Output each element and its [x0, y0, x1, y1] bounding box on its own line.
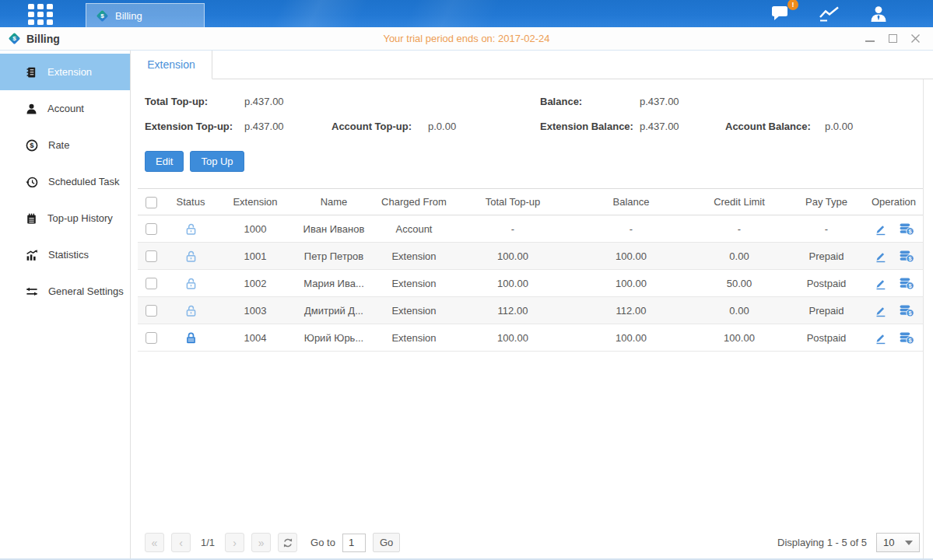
- column-header-name[interactable]: Name: [293, 189, 374, 215]
- row-checkbox[interactable]: [146, 278, 157, 289]
- column-header-credit-limit[interactable]: Credit Limit: [690, 189, 788, 215]
- table-row[interactable]: 1004Юрий Юрь...Extension100.00100.00100.…: [138, 324, 923, 352]
- table-row[interactable]: 1003Дмитрий Д...Extension112.00112.000.0…: [138, 297, 923, 324]
- sidebar-item-label: Top-up History: [47, 212, 113, 224]
- extensions-table: Status Extension Name Charged From Total…: [138, 188, 923, 352]
- app-launcher-icon[interactable]: [28, 4, 53, 24]
- account-balance-value: p.0.00: [825, 121, 923, 132]
- topbar-icons: !: [769, 4, 933, 24]
- summary-section: Total Top-up: p.437.00 Extension Top-up:…: [145, 79, 923, 138]
- cell-extension: 1001: [217, 243, 293, 270]
- sidebar-item-account[interactable]: Account: [0, 90, 130, 127]
- topup-icon[interactable]: $: [900, 222, 914, 236]
- cell-operation: $: [865, 270, 923, 297]
- person-icon: [26, 103, 37, 115]
- cell-charged-from: Extension: [374, 243, 454, 270]
- unlocked-icon[interactable]: [184, 222, 198, 236]
- column-header-pay-type[interactable]: Pay Type: [788, 189, 865, 215]
- row-checkbox[interactable]: [146, 223, 157, 235]
- sidebar-item-rate[interactable]: $ Rate: [0, 127, 130, 163]
- maximize-button[interactable]: [887, 33, 898, 44]
- cell-operation: $: [865, 297, 923, 324]
- sidebar-item-label: Rate: [48, 139, 69, 151]
- page-size-select[interactable]: 10: [876, 533, 920, 552]
- resource-monitor-icon[interactable]: [818, 4, 841, 24]
- line-chart-icon: [819, 5, 840, 23]
- edit-icon[interactable]: [874, 222, 887, 236]
- cell-pay-type: -: [788, 215, 865, 243]
- displaying-text: Displaying 1 - 5 of 5: [777, 537, 867, 548]
- tab-extension[interactable]: Extension: [131, 51, 212, 79]
- column-header-status[interactable]: Status: [164, 189, 217, 215]
- first-page-button[interactable]: «: [145, 533, 164, 552]
- sidebar-item-general-settings[interactable]: General Settings: [0, 273, 130, 310]
- edit-icon[interactable]: [874, 250, 887, 263]
- column-header-total-topup[interactable]: Total Top-up: [454, 189, 572, 215]
- topup-icon[interactable]: $: [900, 250, 914, 263]
- refresh-button[interactable]: [278, 533, 297, 552]
- minimize-button[interactable]: [865, 33, 875, 44]
- notebook-icon: [26, 212, 37, 225]
- table-header-row: Status Extension Name Charged From Total…: [138, 189, 923, 215]
- edit-icon[interactable]: [874, 304, 887, 317]
- row-checkbox[interactable]: [146, 250, 157, 262]
- sidebar-item-extension[interactable]: Extension: [0, 54, 130, 90]
- sidebar-item-statistics[interactable]: Statistics: [0, 236, 130, 273]
- cell-status: [164, 270, 217, 297]
- cell-total-topup: 100.00: [454, 324, 572, 352]
- table-row[interactable]: 1001Петр ПетровExtension100.00100.000.00…: [138, 243, 923, 270]
- edit-icon[interactable]: [874, 331, 887, 345]
- column-header-balance[interactable]: Balance: [572, 189, 690, 215]
- refresh-icon: [282, 537, 293, 548]
- unlocked-icon[interactable]: [184, 304, 198, 317]
- cell-credit-limit: 100.00: [690, 324, 788, 352]
- column-header-operation[interactable]: Operation: [865, 189, 923, 215]
- balance-value: p.437.00: [640, 96, 923, 107]
- sidebar-item-label: Scheduled Task: [48, 176, 120, 187]
- sidebar: Extension Account $ Rate Scheduled Task: [0, 51, 131, 558]
- cell-total-topup: 100.00: [454, 270, 572, 297]
- cell-balance: 100.00: [572, 243, 690, 270]
- notifications-icon[interactable]: !: [769, 4, 792, 24]
- topup-button[interactable]: Top Up: [190, 151, 244, 172]
- cell-pay-type: Prepaid: [788, 243, 865, 270]
- unlocked-icon[interactable]: [184, 277, 198, 290]
- topup-icon[interactable]: $: [900, 304, 914, 317]
- goto-page-input[interactable]: [342, 534, 366, 552]
- topup-icon[interactable]: $: [900, 277, 914, 290]
- edit-button[interactable]: Edit: [145, 151, 184, 172]
- locked-icon[interactable]: [184, 331, 198, 345]
- row-checkbox[interactable]: [146, 332, 157, 344]
- edit-icon[interactable]: [874, 277, 887, 290]
- unlocked-icon[interactable]: [184, 250, 198, 263]
- column-header-extension[interactable]: Extension: [217, 189, 293, 215]
- select-all-checkbox[interactable]: [146, 197, 157, 208]
- cell-extension: 1002: [217, 270, 293, 297]
- close-button[interactable]: [910, 33, 921, 44]
- billing-window-icon: $: [8, 32, 21, 45]
- cell-extension: 1003: [217, 297, 293, 324]
- user-account-icon[interactable]: [867, 4, 890, 24]
- trial-notice: Your trial period ends on: 2017-02-24: [0, 33, 933, 44]
- sidebar-item-topup-history[interactable]: Top-up History: [0, 200, 130, 236]
- next-page-button[interactable]: ›: [225, 533, 244, 552]
- cell-name: Дмитрий Д...: [293, 297, 374, 324]
- topup-icon[interactable]: $: [900, 331, 914, 345]
- tab-strip: Extension: [131, 51, 933, 79]
- cell-status: [164, 324, 217, 352]
- column-header-charged-from[interactable]: Charged From: [374, 189, 454, 215]
- cell-balance: 100.00: [572, 324, 690, 352]
- taskbar-tab-billing[interactable]: $ Billing: [86, 3, 205, 27]
- dollar-circle-icon: $: [26, 139, 38, 152]
- row-checkbox[interactable]: [146, 305, 157, 317]
- table-row[interactable]: 1000Иван ИвановAccount----$: [138, 215, 923, 243]
- cell-pay-type: Prepaid: [788, 297, 865, 324]
- sidebar-item-scheduled-task[interactable]: Scheduled Task: [0, 163, 130, 200]
- cell-credit-limit: 0.00: [690, 243, 788, 270]
- taskbar-tab-label: Billing: [115, 10, 142, 22]
- window-title-text: Billing: [26, 33, 60, 45]
- go-button[interactable]: Go: [373, 533, 400, 552]
- last-page-button[interactable]: »: [251, 533, 271, 552]
- prev-page-button[interactable]: ‹: [171, 533, 191, 552]
- table-row[interactable]: 1002Мария Ива...Extension100.00100.0050.…: [138, 270, 923, 297]
